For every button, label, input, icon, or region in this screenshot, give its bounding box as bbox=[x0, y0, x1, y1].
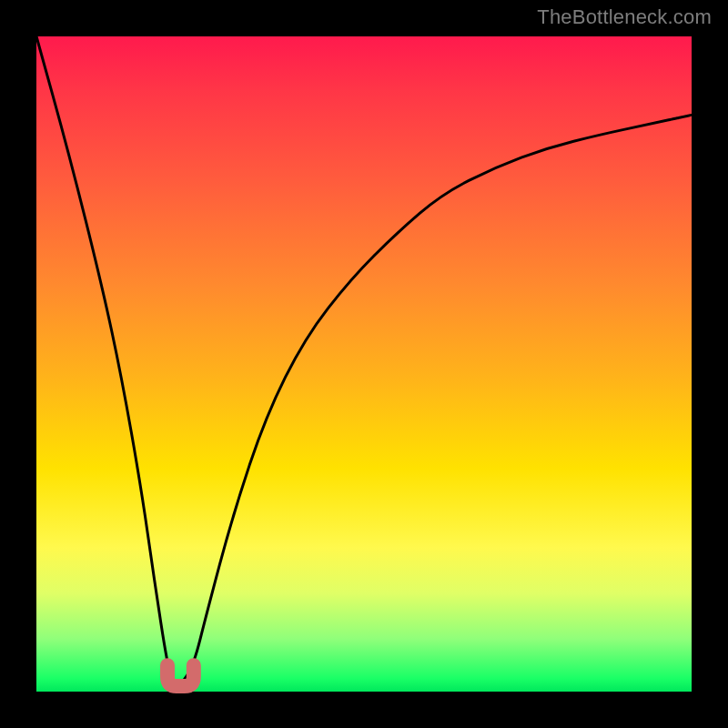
trough-marker-path bbox=[167, 665, 194, 686]
watermark-text: TheBottleneck.com bbox=[537, 5, 712, 29]
curve-svg bbox=[36, 36, 692, 692]
chart-frame: TheBottleneck.com bbox=[0, 0, 728, 728]
bottleneck-curve-path bbox=[36, 36, 692, 685]
plot-area bbox=[36, 36, 692, 692]
